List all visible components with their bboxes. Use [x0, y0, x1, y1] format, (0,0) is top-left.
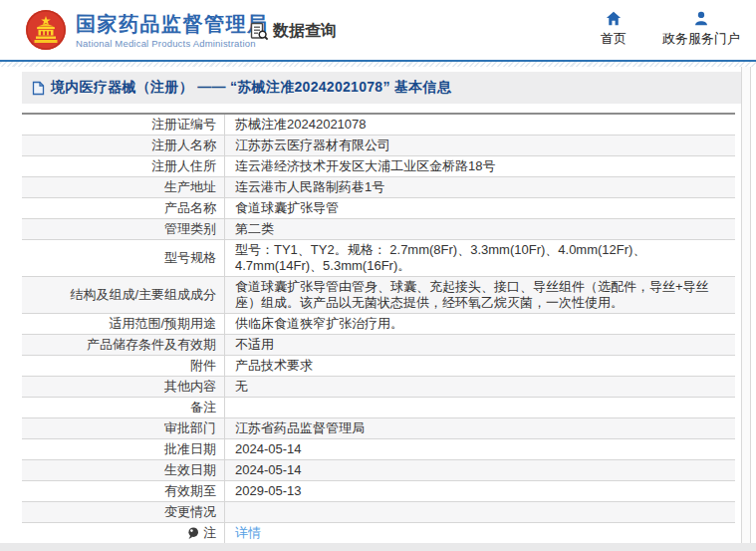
nav-home[interactable]: 首页: [601, 11, 627, 48]
row-label: 备注: [22, 398, 225, 417]
row-value: 无: [225, 377, 735, 397]
table-row: 生产地址连云港市人民路制药巷1号: [22, 176, 735, 197]
row-value-text: 型号：TY1、TY2。规格： 2.7mm(8Fr)、3.3mm(10Fr)、4.…: [235, 242, 727, 274]
row-label: 注: [22, 523, 225, 543]
row-value: [225, 398, 735, 417]
row-value: 不适用: [225, 335, 735, 355]
row-label: 其他内容: [22, 377, 225, 397]
data-query-button[interactable]: 数据查询: [250, 21, 337, 42]
row-value: 型号：TY1、TY2。规格： 2.7mm(8Fr)、3.3mm(10Fr)、4.…: [225, 240, 735, 276]
row-value: 2024-05-14: [225, 439, 735, 459]
row-label: 生产地址: [22, 177, 225, 197]
row-value-text: 江苏省药品监督管理局: [235, 420, 365, 436]
note-icon: [187, 527, 199, 540]
nav-portal[interactable]: 政务服务门户: [662, 11, 740, 48]
row-value: 第二类: [225, 219, 735, 239]
row-label: 适用范围/预期用途: [22, 314, 225, 334]
row-label-text: 注册人住所: [151, 158, 216, 174]
row-value-text: 2024-05-14: [235, 441, 302, 457]
table-row: 备注: [22, 397, 735, 417]
row-label: 注册证编号: [22, 115, 225, 135]
row-value-text: 连云港经济技术开发区大浦工业区金桥路18号: [235, 158, 495, 174]
table-row: 注册人名称江苏苏云医疗器材有限公司: [22, 135, 735, 155]
table-row: 型号规格型号：TY1、TY2。规格： 2.7mm(8Fr)、3.3mm(10Fr…: [22, 239, 735, 276]
row-label-text: 注: [203, 525, 216, 541]
scrollbar[interactable]: [741, 67, 751, 543]
row-value: 供临床食道狭窄扩张治疗用。: [225, 314, 735, 334]
row-label: 批准日期: [22, 439, 225, 459]
data-query-label: 数据查询: [273, 21, 337, 42]
row-label-text: 生产地址: [164, 179, 216, 195]
row-value-text: 2029-05-13: [235, 483, 302, 499]
table-row: 注册证编号苏械注准20242021078: [22, 115, 735, 135]
site-header: 国家药品监督管理局 National Medical Products Admi…: [0, 0, 756, 62]
row-label-text: 产品名称: [164, 200, 216, 216]
row-value: 详情: [225, 523, 735, 543]
table-row: 审批部门江苏省药品监督管理局: [22, 417, 735, 438]
row-label-text: 结构及组成/主要组成成分: [70, 287, 216, 303]
home-icon: [606, 11, 622, 26]
row-label-text: 生效日期: [164, 462, 216, 478]
row-value-text: 食道球囊扩张导管: [235, 200, 339, 216]
row-value: 食道球囊扩张导管由管身、球囊、充起接头、接口、导丝组件（选配件，导丝+导丝座）组…: [225, 277, 735, 313]
row-value: 2029-05-13: [225, 481, 735, 501]
row-label: 变更情况: [22, 502, 225, 522]
table-row: 注详情: [22, 522, 735, 543]
row-value: [225, 502, 735, 522]
row-value-text: 第二类: [235, 221, 274, 237]
row-label: 生效日期: [22, 460, 225, 480]
row-value-text: 不适用: [235, 337, 274, 353]
row-label-text: 变更情况: [164, 504, 216, 520]
row-value-text: 无: [235, 379, 248, 395]
table-row: 生效日期2024-05-14: [22, 459, 735, 480]
table-row: 管理类别第二类: [22, 218, 735, 239]
row-label-text: 审批部门: [164, 420, 216, 436]
row-value: 产品技术要求: [225, 356, 735, 376]
page-icon: [32, 81, 45, 96]
row-value: 连云港市人民路制药巷1号: [225, 177, 735, 197]
table-row: 结构及组成/主要组成成分食道球囊扩张导管由管身、球囊、充起接头、接口、导丝组件（…: [22, 276, 735, 313]
row-value-text: 产品技术要求: [235, 358, 313, 374]
row-value-text: 连云港市人民路制药巷1号: [235, 179, 384, 195]
row-value: 2024-05-14: [225, 460, 735, 480]
table-row: 产品储存条件及有效期不适用: [22, 334, 735, 355]
header-nav: 首页 政务服务门户: [601, 11, 740, 48]
table-row: 变更情况: [22, 501, 735, 522]
row-label-text: 适用范围/预期用途: [109, 316, 216, 332]
row-label: 注册人住所: [22, 156, 225, 176]
row-label: 附件: [22, 356, 225, 376]
row-value: 苏械注准20242021078: [225, 115, 735, 135]
row-label: 产品储存条件及有效期: [22, 335, 225, 355]
site-title: 国家药品监督管理局: [76, 12, 269, 36]
document-search-icon: [250, 22, 269, 41]
table-row: 产品名称食道球囊扩张导管: [22, 197, 735, 218]
breadcrumb: 境内医疗器械（注册） —— “苏械注准20242021078” 基本信息: [22, 72, 750, 104]
row-value: 江苏苏云医疗器材有限公司: [225, 136, 735, 155]
row-label-text: 产品储存条件及有效期: [87, 337, 216, 353]
row-value: 食道球囊扩张导管: [225, 198, 735, 218]
table-row: 附件产品技术要求: [22, 355, 735, 376]
details-link[interactable]: 详情: [235, 525, 261, 541]
row-label-text: 注册人名称: [151, 138, 216, 153]
site-logo[interactable]: 国家药品监督管理局 National Medical Products Admi…: [25, 9, 269, 51]
row-value-text: 食道球囊扩张导管由管身、球囊、充起接头、接口、导丝组件（选配件，导丝+导丝座）组…: [235, 279, 727, 311]
row-label: 产品名称: [22, 198, 225, 218]
row-label-text: 附件: [190, 358, 216, 374]
breadcrumb-text: 境内医疗器械（注册） —— “苏械注准20242021078” 基本信息: [51, 79, 451, 97]
row-label-text: 有效期至: [164, 483, 216, 499]
row-label: 审批部门: [22, 418, 225, 438]
row-label-text: 型号规格: [164, 250, 216, 266]
row-label-text: 注册证编号: [151, 117, 216, 133]
row-label: 结构及组成/主要组成成分: [22, 277, 225, 313]
row-label: 有效期至: [22, 481, 225, 501]
table-row: 批准日期2024-05-14: [22, 438, 735, 459]
row-value-text: 苏械注准20242021078: [235, 117, 367, 133]
row-label-text: 管理类别: [164, 221, 216, 237]
header-divider: [0, 62, 756, 67]
table-row: 有效期至2029-05-13: [22, 480, 735, 501]
row-label-text: 其他内容: [164, 379, 216, 395]
table-row: 其他内容无: [22, 376, 735, 397]
national-emblem-icon: [25, 9, 67, 51]
row-value: 连云港经济技术开发区大浦工业区金桥路18号: [225, 156, 735, 176]
user-icon: [693, 11, 709, 26]
